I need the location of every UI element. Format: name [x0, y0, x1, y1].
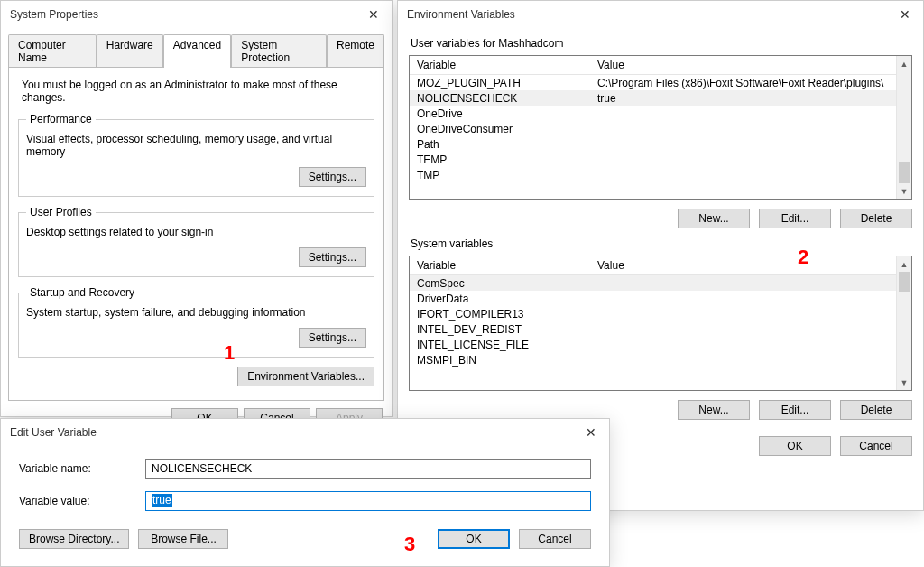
column-header-value[interactable]: Value	[590, 56, 896, 74]
admin-hint: You must be logged on as an Administrato…	[22, 79, 374, 104]
user-new-button[interactable]: New...	[678, 209, 750, 228]
browse-file-button[interactable]: Browse File...	[138, 529, 228, 549]
user-profiles-legend: User Profiles	[26, 206, 96, 218]
cell-variable: OneDriveConsumer	[410, 122, 590, 136]
system-vars-label: System variables	[411, 237, 910, 250]
scrollbar[interactable]: ▲ ▼	[896, 56, 911, 199]
user-profiles-text: Desktop settings related to your sign-in	[26, 226, 366, 238]
startup-text: System startup, system failure, and debu…	[26, 306, 366, 319]
system-edit-button[interactable]: Edit...	[759, 400, 831, 420]
selected-text: true	[152, 494, 172, 507]
tab-content: You must be logged on as an Administrato…	[8, 67, 384, 401]
scrollbar[interactable]: ▲ ▼	[896, 256, 911, 390]
cell-value	[590, 144, 896, 145]
tab-computer-name[interactable]: Computer Name	[8, 34, 97, 68]
environment-variables-button[interactable]: Environment Variables...	[237, 367, 374, 386]
window-title: Environment Variables	[407, 8, 515, 21]
close-icon: ✕	[368, 7, 379, 22]
table-row[interactable]: Path	[410, 136, 896, 152]
table-row[interactable]: TMP	[410, 167, 896, 182]
scroll-down-icon[interactable]: ▼	[897, 183, 911, 199]
user-vars-listview[interactable]: Variable Value MOZ_PLUGIN_PATHC:\Program…	[409, 55, 912, 200]
table-row[interactable]: INTEL_DEV_REDIST	[410, 321, 896, 337]
system-properties-window: System Properties ✕ Computer Name Hardwa…	[0, 0, 393, 417]
scroll-up-icon[interactable]: ▲	[897, 56, 911, 71]
titlebar: System Properties ✕	[1, 1, 392, 28]
table-row[interactable]: OneDriveConsumer	[410, 121, 896, 136]
cell-variable: OneDrive	[410, 107, 590, 121]
cell-value	[590, 128, 896, 130]
window-title: Edit User Variable	[10, 426, 97, 439]
titlebar: Edit User Variable ✕	[1, 419, 609, 446]
performance-legend: Performance	[26, 113, 96, 125]
startup-recovery-group: Startup and Recovery System startup, sys…	[18, 286, 374, 358]
cell-variable: INTEL_LICENSE_FILE	[410, 338, 590, 352]
user-profiles-group: User Profiles Desktop settings related t…	[18, 206, 374, 277]
cell-variable: TMP	[410, 168, 590, 182]
performance-settings-button[interactable]: Settings...	[299, 167, 366, 187]
cell-value	[590, 174, 896, 176]
table-row[interactable]: DriverData	[410, 291, 896, 306]
performance-group: Performance Visual effects, processor sc…	[18, 113, 374, 197]
cell-value	[590, 298, 896, 300]
close-button[interactable]: ✕	[356, 1, 392, 28]
scroll-thumb[interactable]	[899, 162, 910, 183]
scroll-thumb[interactable]	[899, 272, 910, 292]
tab-hardware[interactable]: Hardware	[97, 34, 163, 68]
close-button[interactable]: ✕	[887, 1, 923, 28]
edit-user-variable-dialog: Edit User Variable ✕ Variable name: Vari…	[0, 418, 610, 567]
ok-button[interactable]: OK	[759, 436, 831, 456]
variable-name-label: Variable name:	[19, 462, 145, 475]
cell-value	[590, 159, 896, 161]
table-row[interactable]: INTEL_LICENSE_FILE	[410, 337, 896, 352]
column-header-value[interactable]: Value	[590, 256, 896, 274]
cancel-button[interactable]: Cancel	[519, 529, 591, 549]
cell-value	[590, 283, 896, 284]
column-header-variable[interactable]: Variable	[410, 256, 590, 274]
tabstrip: Computer Name Hardware Advanced System P…	[1, 28, 392, 67]
cell-value	[590, 329, 896, 330]
system-vars-section: System variables Variable Value ComSpecD…	[409, 237, 912, 420]
tab-advanced[interactable]: Advanced	[163, 34, 231, 68]
cancel-button[interactable]: Cancel	[840, 436, 912, 456]
table-row[interactable]: MOZ_PLUGIN_PATHC:\Program Files (x86)\Fo…	[410, 75, 896, 90]
cell-variable: DriverData	[410, 292, 590, 306]
cell-variable: IFORT_COMPILER13	[410, 307, 590, 321]
cell-variable: INTEL_DEV_REDIST	[410, 322, 590, 337]
table-row[interactable]: NOLICENSECHECKtrue	[410, 90, 896, 106]
system-new-button[interactable]: New...	[678, 400, 750, 420]
callout-3: 3	[404, 533, 415, 556]
ok-button[interactable]: OK	[438, 529, 510, 549]
scroll-up-icon[interactable]: ▲	[897, 256, 911, 272]
cell-variable: MSMPI_BIN	[410, 353, 590, 367]
performance-text: Visual effects, processor scheduling, me…	[26, 133, 366, 158]
column-header-variable[interactable]: Variable	[410, 56, 590, 74]
cell-variable: TEMP	[410, 153, 590, 167]
cell-value	[590, 359, 896, 361]
user-edit-button[interactable]: Edit...	[759, 209, 831, 228]
cell-value: true	[590, 91, 896, 106]
table-row[interactable]: ComSpec	[410, 275, 896, 291]
tab-system-protection[interactable]: System Protection	[231, 34, 327, 68]
titlebar: Environment Variables ✕	[398, 1, 923, 28]
table-row[interactable]: OneDrive	[410, 106, 896, 121]
startup-legend: Startup and Recovery	[26, 286, 138, 299]
scroll-down-icon[interactable]: ▼	[897, 375, 911, 390]
variable-name-input[interactable]	[145, 459, 591, 479]
callout-1: 1	[224, 341, 235, 365]
table-row[interactable]: TEMP	[410, 152, 896, 167]
user-profiles-settings-button[interactable]: Settings...	[299, 247, 366, 267]
browse-directory-button[interactable]: Browse Directory...	[19, 529, 129, 549]
table-row[interactable]: MSMPI_BIN	[410, 352, 896, 367]
table-row[interactable]: IFORT_COMPILER13	[410, 306, 896, 321]
variable-value-input[interactable]: true	[145, 491, 591, 511]
callout-2: 2	[798, 246, 808, 269]
cell-variable: Path	[410, 137, 590, 152]
cell-value	[590, 113, 896, 115]
system-delete-button[interactable]: Delete	[840, 400, 912, 420]
close-button[interactable]: ✕	[573, 419, 609, 446]
system-vars-listview[interactable]: Variable Value ComSpecDriverDataIFORT_CO…	[409, 256, 912, 391]
startup-settings-button[interactable]: Settings...	[299, 328, 366, 348]
user-delete-button[interactable]: Delete	[840, 209, 912, 228]
tab-remote[interactable]: Remote	[327, 34, 384, 68]
